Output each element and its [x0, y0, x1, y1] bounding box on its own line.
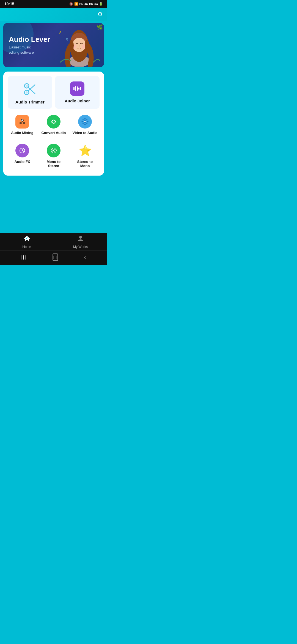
signal-hd-icon: HD [79, 2, 83, 6]
trimmer-icon [22, 81, 38, 97]
signal-hd2-icon: HD [89, 2, 93, 6]
svg-rect-19 [75, 86, 76, 91]
video-to-audio-button[interactable]: Video to Audio [70, 111, 100, 138]
svg-point-41 [86, 123, 87, 124]
audio-fx-label: Audio FX [14, 160, 30, 164]
audio-mixing-label: Audio Mixing [11, 131, 34, 135]
leaves-right-icon: 🌿 [97, 24, 103, 30]
mono-to-stereo-button[interactable]: Mono to Stereo [39, 140, 68, 171]
my-works-nav-icon [77, 235, 84, 244]
nav-home[interactable]: Home [0, 235, 54, 249]
music-note-small-icon: ♫ [65, 37, 68, 41]
svg-point-25 [21, 119, 23, 121]
svg-point-35 [84, 124, 86, 125]
signal-4g-icon: 4G [84, 2, 88, 6]
joiner-icon [70, 81, 84, 96]
stereo-to-mono-button[interactable]: ⭐ Stereo to Mono [70, 140, 100, 171]
mono-to-stereo-label: Mono to Stereo [41, 160, 67, 168]
wifi-icon: 📶 [74, 2, 78, 6]
audio-mixing-button[interactable]: Audio Mixing [8, 111, 37, 138]
battery-icon: 🔋 [99, 2, 103, 6]
nav-my-works-label: My Works [73, 245, 88, 249]
svg-point-36 [82, 121, 83, 122]
svg-line-15 [28, 88, 35, 94]
grid-bottom-rows: Audio Mixing Convert Audio [8, 111, 100, 171]
fx-icon [15, 144, 29, 157]
svg-point-46 [22, 150, 23, 151]
content-spacer [0, 178, 107, 233]
stereo-mono-icon: ⭐ [78, 144, 92, 157]
svg-point-26 [20, 122, 22, 124]
audio-fx-button[interactable]: Audio FX [8, 140, 37, 171]
nav-my-works[interactable]: My Works [54, 235, 107, 249]
video-to-audio-label: Video to Audio [73, 131, 98, 135]
bottom-navigation: Home My Works [0, 233, 107, 250]
video-icon [78, 115, 92, 129]
svg-point-28 [50, 118, 57, 125]
svg-point-34 [84, 118, 86, 120]
audio-joiner-button[interactable]: Audio Joiner [55, 76, 100, 109]
grid-top-row: Audio Trimmer Audio Joiner [8, 76, 100, 109]
stereo-to-mono-label: Stereo to Mono [72, 160, 98, 168]
convert-audio-button[interactable]: Convert Audio [39, 111, 68, 138]
audio-trimmer-label: Audio Trimmer [15, 100, 45, 104]
status-time: 10:15 [4, 2, 14, 6]
svg-point-17 [26, 85, 28, 87]
svg-point-38 [82, 119, 84, 120]
audio-trimmer-button[interactable]: Audio Trimmer [8, 76, 52, 109]
svg-rect-22 [80, 87, 81, 90]
svg-point-40 [82, 123, 84, 124]
home-nav-icon [23, 235, 31, 244]
status-icons: 🔇 📶 HD 4G HD 4G 🔋 [69, 2, 103, 6]
svg-point-27 [23, 122, 25, 124]
convert-icon [47, 115, 61, 129]
settings-icon[interactable]: ⚙ [97, 10, 103, 18]
audio-joiner-label: Audio Joiner [65, 99, 90, 103]
back-button[interactable]: ‹ [84, 254, 86, 261]
nav-home-label: Home [22, 245, 31, 249]
svg-point-9 [79, 45, 80, 47]
svg-rect-21 [78, 88, 79, 90]
svg-point-33 [84, 121, 86, 122]
banner-subtitle: Easiest musicediting software [9, 45, 50, 55]
svg-point-37 [87, 121, 89, 122]
promo-banner: ♪ ♫ 🌿 Audio Lever Easiest musicediting s… [3, 23, 104, 67]
signal-4g2-icon: 4G [94, 2, 98, 6]
banner-text-block: Audio Lever Easiest musicediting softwar… [9, 35, 50, 55]
banner-title: Audio Lever [9, 35, 50, 44]
svg-point-54 [79, 236, 82, 239]
mono-stereo-icon [47, 144, 61, 157]
svg-point-50 [53, 150, 54, 151]
svg-rect-20 [77, 86, 78, 91]
star-icon: ⭐ [79, 144, 92, 157]
mixing-icon [15, 115, 29, 129]
home-button[interactable]: □ [53, 253, 58, 261]
system-nav-bar: ||| □ ‹ [0, 250, 107, 265]
svg-point-39 [86, 119, 87, 120]
features-grid: Audio Trimmer Audio Joiner [3, 72, 104, 176]
svg-rect-18 [73, 87, 75, 90]
svg-line-14 [28, 85, 35, 91]
status-bar: 10:15 🔇 📶 HD 4G HD 4G 🔋 [0, 0, 107, 8]
banner-illustration [54, 23, 104, 67]
recents-button[interactable]: ||| [21, 255, 26, 260]
convert-audio-label: Convert Audio [41, 131, 66, 135]
music-note-large-icon: ♪ [58, 28, 61, 35]
svg-point-16 [26, 91, 28, 94]
mute-icon: 🔇 [69, 2, 73, 6]
app-header: ⚙ [0, 8, 107, 21]
